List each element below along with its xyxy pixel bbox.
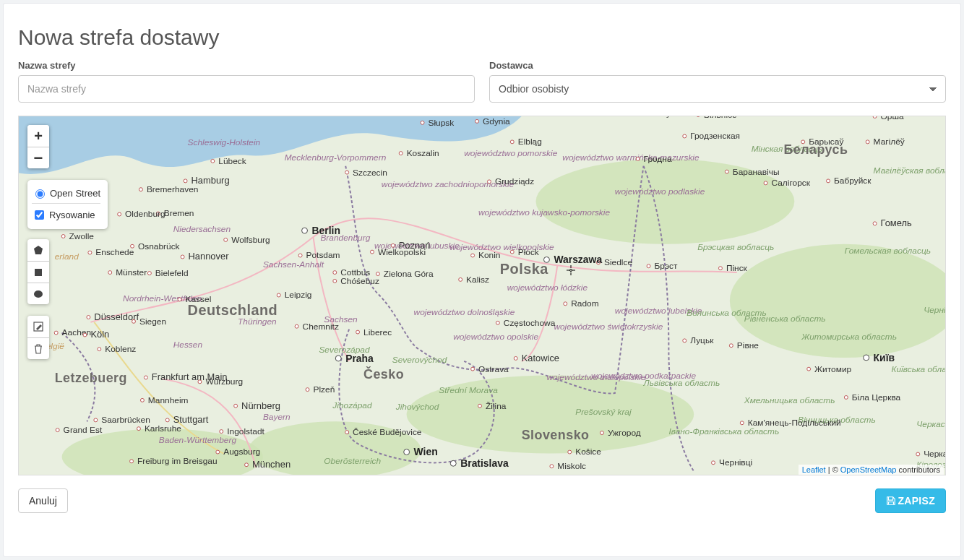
svg-text:Житомирська область: Житомирська область (801, 332, 897, 342)
svg-point-81 (88, 251, 92, 254)
layer-separator (32, 203, 100, 204)
zoom-in-button[interactable]: + (27, 125, 49, 147)
svg-text:Брэст: Брэст (655, 261, 679, 271)
svg-point-145 (399, 152, 403, 155)
svg-text:Berlin: Berlin (311, 225, 340, 236)
svg-text:Grand Est: Grand Est (64, 425, 103, 435)
svg-text:województwo łódzkie: województwo łódzkie (507, 283, 588, 293)
svg-point-201 (827, 179, 830, 183)
svg-point-65 (139, 188, 142, 191)
svg-point-141 (510, 140, 514, 144)
svg-text:Гродна: Гродна (644, 154, 672, 164)
svg-text:Sachsen-Anhalt: Sachsen-Anhalt (263, 259, 324, 270)
svg-point-173 (600, 431, 603, 435)
svg-text:Radom: Radom (571, 298, 599, 309)
svg-point-209 (916, 452, 920, 456)
svg-point-225 (404, 449, 410, 455)
svg-text:Słupsk: Słupsk (428, 118, 454, 128)
svg-text:Хмельницька область: Хмельницька область (744, 395, 835, 405)
svg-text:Střední Morava: Střední Morava (439, 385, 498, 395)
base-layer-radio[interactable] (35, 189, 45, 199)
svg-point-69 (277, 293, 280, 297)
trash-icon (33, 344, 43, 354)
svg-text:Чернігівська область: Чернігівська область (924, 305, 945, 315)
svg-point-175 (550, 465, 554, 468)
map-container[interactable]: Schleswig-HolsteinMecklenburg-Vorpommern… (18, 116, 946, 475)
svg-text:Elbląg: Elbląg (518, 137, 542, 147)
svg-text:Zwolle: Zwolle (69, 231, 95, 241)
svg-point-89 (132, 319, 136, 323)
svg-point-159 (496, 321, 499, 324)
svg-text:erland: erland (55, 251, 79, 262)
svg-point-119 (245, 463, 249, 467)
delivery-zone-card: Nowa strefa dostawy Nazwa strefy Dostawc… (3, 3, 961, 557)
cancel-button[interactable]: Anuluj (18, 488, 68, 513)
svg-text:Oberösterreich: Oberösterreich (324, 456, 381, 466)
base-layer-label: Open Street (50, 188, 100, 199)
leaflet-link[interactable]: Leaflet (802, 465, 826, 474)
draw-rectangle-button[interactable] (27, 261, 49, 283)
svg-point-153 (510, 250, 514, 254)
svg-point-183 (683, 339, 687, 343)
svg-text:Košice: Košice (575, 447, 601, 457)
svg-point-61 (184, 179, 187, 183)
svg-point-165 (564, 302, 567, 306)
svg-point-219 (302, 228, 308, 233)
provider-select[interactable]: Odbior osobisty (489, 75, 946, 103)
svg-text:Liberec: Liberec (363, 327, 392, 337)
svg-point-135 (345, 431, 349, 434)
delete-shapes-button[interactable] (27, 337, 49, 359)
svg-point-121 (295, 324, 298, 328)
svg-text:Київська область: Київська область (891, 364, 945, 374)
svg-point-71 (181, 255, 184, 259)
svg-point-181 (718, 267, 722, 270)
svg-text:Bielefeld: Bielefeld (155, 268, 189, 278)
svg-point-79 (108, 271, 112, 275)
draw-circle-button[interactable] (27, 283, 49, 304)
svg-text:Letzebuerg: Letzebuerg (55, 371, 127, 385)
save-button[interactable]: ZAPISZ (875, 488, 946, 513)
svg-text:Potsdam: Potsdam (306, 251, 340, 261)
svg-point-101 (140, 398, 144, 402)
svg-text:Freiburg im Breisgau: Freiburg im Breisgau (137, 456, 218, 466)
svg-point-83 (118, 212, 121, 216)
svg-text:Магілёў: Магілёў (874, 137, 905, 147)
drawing-layer-checkbox[interactable] (35, 210, 44, 220)
svg-point-103 (137, 427, 140, 431)
layers-control: Open Street Rysowanie (27, 180, 108, 229)
svg-text:Münster: Münster (116, 267, 147, 277)
zoom-out-button[interactable]: − (27, 147, 49, 168)
svg-text:Oldenburg: Oldenburg (125, 210, 165, 220)
svg-text:Ostrava: Ostrava (478, 364, 509, 374)
svg-text:Kalisz: Kalisz (466, 275, 489, 285)
svg-text:Zielona Góra: Zielona Góra (384, 269, 434, 279)
base-layer-option[interactable]: Open Street (32, 184, 100, 202)
svg-text:Würzburg: Würzburg (205, 376, 243, 387)
svg-text:Чернівці: Чернівці (719, 457, 752, 468)
svg-point-211 (740, 421, 744, 425)
svg-text:Mannheim: Mannheim (148, 395, 189, 405)
svg-text:Augsburg: Augsburg (223, 447, 260, 457)
svg-point-161 (514, 356, 517, 360)
draw-polygon-button[interactable] (27, 239, 49, 261)
svg-point-67 (211, 159, 215, 163)
edit-icon (33, 321, 44, 332)
osm-link[interactable]: OpenStreetMap (840, 465, 897, 474)
provider-label: Dostawca (489, 60, 946, 71)
svg-text:Гомель: Гомель (881, 217, 912, 228)
edit-shapes-button[interactable] (27, 316, 49, 337)
drawing-layer-option[interactable]: Rysowanie (32, 205, 100, 225)
footer: Anuluj ZAPISZ (18, 488, 946, 513)
svg-text:Enschede: Enschede (95, 248, 134, 258)
provider-group: Dostawca Odbior osobisty (489, 60, 946, 103)
svg-point-143 (345, 171, 349, 174)
svg-text:Köln: Köln (90, 329, 109, 340)
svg-text:Jihovýchod: Jihovýchod (395, 402, 439, 412)
svg-text:Leipzig: Leipzig (285, 290, 312, 301)
svg-point-111 (220, 430, 223, 434)
zone-name-input[interactable] (18, 75, 475, 103)
svg-point-75 (147, 272, 151, 275)
svg-text:Baden-Württemberg: Baden-Württemberg (159, 435, 237, 445)
svg-text:Slovensko: Slovensko (522, 428, 590, 442)
svg-text:České Budějovice: České Budějovice (353, 426, 422, 437)
